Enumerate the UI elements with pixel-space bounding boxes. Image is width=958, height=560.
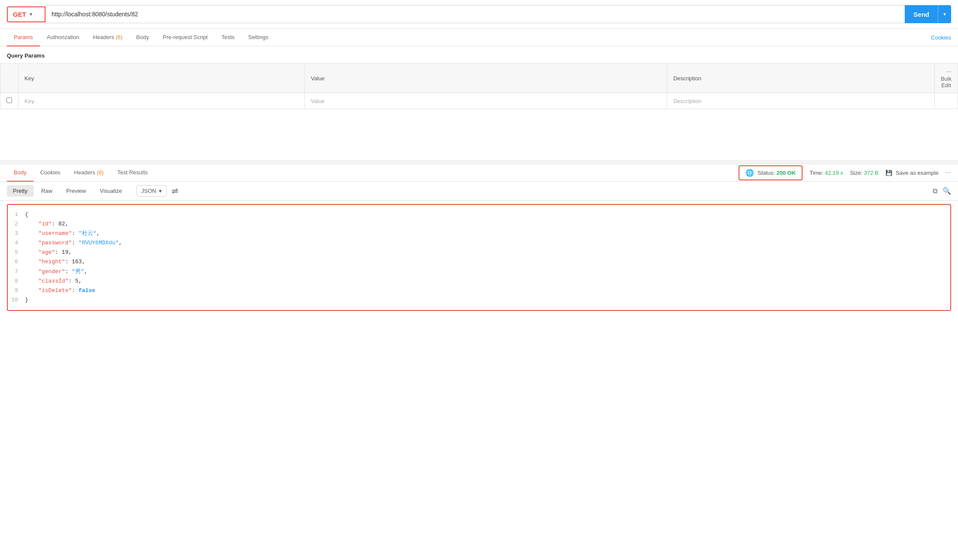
code-line-8: 8 "classId": 5,: [8, 277, 950, 286]
code-content-6: "height": 163,: [25, 257, 950, 267]
code-content-5: "age": 19,: [25, 248, 950, 257]
code-line-9: 9 "isDelete": false: [8, 286, 950, 295]
response-tab-cookies[interactable]: Cookies: [33, 164, 67, 182]
more-options-icon[interactable]: ···: [946, 169, 951, 177]
view-tab-visualize[interactable]: Visualize: [94, 185, 128, 197]
right-icons: ⧉ 🔍: [933, 187, 951, 195]
line-num-10: 10: [8, 295, 25, 305]
line-num-8: 8: [8, 277, 25, 286]
table-row: Key Value Description: [0, 93, 958, 109]
line-num-6: 6: [8, 257, 25, 267]
size-text: Size: 372 B: [850, 170, 879, 176]
code-line-3: 3 "username": "杜云",: [8, 229, 950, 238]
code-content-10: }: [25, 295, 950, 305]
bulk-edit-button[interactable]: Bulk Edit: [941, 76, 952, 88]
line-num-4: 4: [8, 238, 25, 248]
save-example-label: Save as example: [896, 170, 939, 176]
response-code-block: 1 { 2 "id": 82, 3 "username": "杜云", 4 "p…: [7, 204, 951, 311]
key-cell[interactable]: Key: [18, 93, 305, 109]
method-chevron-icon: ▾: [30, 11, 32, 17]
time-value: 42.19 s: [825, 170, 843, 176]
size-value: 372 B: [864, 170, 879, 176]
format-selector[interactable]: JSON ▾: [137, 185, 167, 197]
view-tab-preview[interactable]: Preview: [60, 185, 92, 197]
response-tab-headers[interactable]: Headers (8): [67, 164, 111, 182]
response-tabs: Body Cookies Headers (8) Test Results 🌐 …: [0, 164, 958, 182]
send-chevron-icon: ▾: [938, 11, 951, 17]
description-cell[interactable]: Description: [667, 93, 934, 109]
code-content-4: "password": "RVUY6MDXdu",: [25, 238, 950, 248]
response-tabs-left: Body Cookies Headers (8) Test Results: [7, 164, 155, 181]
cookies-link[interactable]: Cookies: [931, 34, 951, 41]
tab-settings[interactable]: Settings: [241, 29, 275, 46]
status-badge-container: 🌐 Status: 200 OK: [739, 165, 803, 180]
url-input[interactable]: [46, 5, 905, 23]
send-button[interactable]: Send ▾: [905, 5, 951, 23]
code-content-3: "username": "杜云",: [25, 229, 950, 238]
url-bar: GET ▾ Send ▾: [0, 0, 958, 29]
wrap-button[interactable]: ⇌: [172, 186, 178, 196]
method-selector[interactable]: GET ▾: [7, 6, 46, 22]
code-content-9: "isDelete": false: [25, 286, 950, 295]
globe-icon: 🌐: [745, 169, 754, 177]
line-num-5: 5: [8, 248, 25, 257]
code-line-1: 1 {: [8, 210, 950, 219]
tab-headers[interactable]: Headers (6): [86, 29, 130, 46]
request-tabs: Params Authorization Headers (6) Body Pr…: [0, 29, 958, 46]
code-line-5: 5 "age": 19,: [8, 248, 950, 257]
table-options-icon[interactable]: ···: [946, 68, 952, 75]
code-line-7: 7 "gender": "男",: [8, 267, 950, 277]
code-line-10: 10 }: [8, 295, 950, 305]
code-line-2: 2 "id": 82,: [8, 219, 950, 229]
tab-pre-request-script[interactable]: Pre-request Script: [156, 29, 215, 46]
line-num-7: 7: [8, 267, 25, 277]
format-label: JSON: [141, 188, 156, 194]
tab-authorization[interactable]: Authorization: [40, 29, 86, 46]
save-example-button[interactable]: 💾 Save as example: [885, 170, 939, 176]
tab-tests[interactable]: Tests: [215, 29, 241, 46]
response-headers-badge: (8): [97, 169, 103, 176]
response-status-area: 🌐 Status: 200 OK Time: 42.19 s Size: 372…: [739, 165, 951, 180]
save-icon: 💾: [885, 170, 892, 176]
value-cell[interactable]: Value: [304, 93, 667, 109]
time-text: Time: 42.19 s: [809, 170, 843, 176]
copy-button[interactable]: ⧉: [933, 187, 937, 195]
tab-body[interactable]: Body: [129, 29, 156, 46]
view-tab-raw[interactable]: Raw: [35, 185, 58, 197]
view-tab-pretty[interactable]: Pretty: [7, 185, 33, 197]
format-chevron-icon: ▾: [159, 188, 162, 194]
key-col-header: Key: [18, 64, 305, 93]
line-num-9: 9: [8, 286, 25, 295]
code-line-6: 6 "height": 163,: [8, 257, 950, 267]
response-tab-body[interactable]: Body: [7, 164, 33, 182]
empty-params-area: [0, 109, 958, 161]
search-button[interactable]: 🔍: [943, 187, 951, 195]
method-label: GET: [13, 11, 26, 18]
response-tab-test-results[interactable]: Test Results: [110, 164, 155, 182]
line-num-3: 3: [8, 229, 25, 238]
query-params-label: Query Params: [0, 46, 958, 63]
value-col-header: Value: [304, 64, 667, 93]
section-divider: [0, 161, 958, 164]
params-table: Key Value Description ··· Bulk Edit Key …: [0, 63, 958, 109]
send-label: Send: [905, 11, 938, 18]
code-content-8: "classId": 5,: [25, 277, 950, 286]
line-num-1: 1: [8, 210, 25, 219]
code-content-2: "id": 82,: [25, 219, 950, 229]
headers-badge: (6): [116, 34, 122, 40]
code-line-4: 4 "password": "RVUY6MDXdu",: [8, 238, 950, 248]
status-value: 200 OK: [776, 170, 796, 176]
tab-params[interactable]: Params: [7, 29, 40, 46]
view-tabs-bar: Pretty Raw Preview Visualize JSON ▾ ⇌ ⧉ …: [0, 182, 958, 201]
request-tabs-left: Params Authorization Headers (6) Body Pr…: [7, 29, 275, 46]
row-checkbox[interactable]: [6, 97, 12, 103]
description-col-header: Description: [667, 64, 934, 93]
code-content-7: "gender": "男",: [25, 267, 950, 277]
status-label: Status: 200 OK: [757, 170, 796, 176]
line-num-2: 2: [8, 219, 25, 229]
code-content-1: {: [25, 210, 950, 219]
